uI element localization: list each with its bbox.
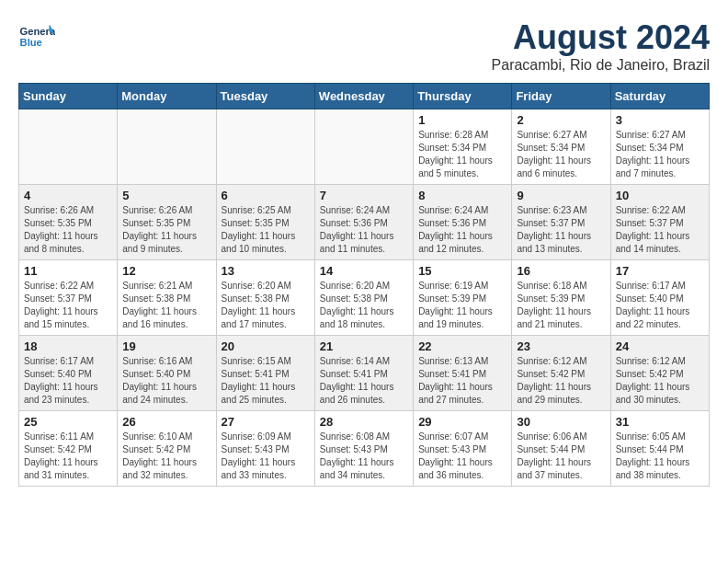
calendar-cell: 21Sunrise: 6:14 AM Sunset: 5:41 PM Dayli… xyxy=(314,336,413,411)
calendar-cell: 29Sunrise: 6:07 AM Sunset: 5:43 PM Dayli… xyxy=(414,411,512,487)
calendar-cell: 13Sunrise: 6:20 AM Sunset: 5:38 PM Dayli… xyxy=(216,260,314,336)
day-info: Sunrise: 6:05 AM Sunset: 5:44 PM Dayligh… xyxy=(616,431,704,482)
day-info: Sunrise: 6:27 AM Sunset: 5:34 PM Dayligh… xyxy=(616,129,704,180)
day-number: 5 xyxy=(122,189,210,202)
calendar-cell: 12Sunrise: 6:21 AM Sunset: 5:38 PM Dayli… xyxy=(118,260,216,336)
calendar-cell: 15Sunrise: 6:19 AM Sunset: 5:39 PM Dayli… xyxy=(414,260,512,336)
header-row: SundayMondayTuesdayWednesdayThursdayFrid… xyxy=(19,84,710,109)
day-number: 15 xyxy=(418,264,506,278)
day-number: 24 xyxy=(616,339,704,353)
day-number: 25 xyxy=(24,415,112,429)
day-number: 20 xyxy=(222,339,310,353)
weekday-header: Monday xyxy=(118,84,216,109)
day-number: 6 xyxy=(222,189,310,202)
calendar-cell: 31Sunrise: 6:05 AM Sunset: 5:44 PM Dayli… xyxy=(610,411,709,487)
day-number: 9 xyxy=(517,189,605,202)
calendar-cell: 24Sunrise: 6:12 AM Sunset: 5:42 PM Dayli… xyxy=(610,336,709,411)
calendar-cell: 4Sunrise: 6:26 AM Sunset: 5:35 PM Daylig… xyxy=(19,185,118,260)
day-info: Sunrise: 6:25 AM Sunset: 5:35 PM Dayligh… xyxy=(222,204,310,256)
day-info: Sunrise: 6:20 AM Sunset: 5:38 PM Dayligh… xyxy=(222,280,310,331)
weekday-header: Sunday xyxy=(19,84,118,109)
day-number: 22 xyxy=(418,339,506,353)
calendar-cell xyxy=(19,109,118,185)
day-number: 16 xyxy=(517,264,605,278)
day-info: Sunrise: 6:22 AM Sunset: 5:37 PM Dayligh… xyxy=(24,280,112,331)
calendar-cell: 19Sunrise: 6:16 AM Sunset: 5:40 PM Dayli… xyxy=(118,336,216,411)
calendar-cell: 30Sunrise: 6:06 AM Sunset: 5:44 PM Dayli… xyxy=(512,411,610,487)
calendar-week-row: 18Sunrise: 6:17 AM Sunset: 5:40 PM Dayli… xyxy=(19,336,710,411)
calendar-cell: 14Sunrise: 6:20 AM Sunset: 5:38 PM Dayli… xyxy=(314,260,413,336)
calendar-week-row: 1Sunrise: 6:28 AM Sunset: 5:34 PM Daylig… xyxy=(19,109,710,185)
day-number: 27 xyxy=(222,415,310,429)
calendar-cell: 3Sunrise: 6:27 AM Sunset: 5:34 PM Daylig… xyxy=(610,109,709,185)
day-number: 4 xyxy=(24,189,112,202)
day-number: 29 xyxy=(418,415,506,429)
day-number: 8 xyxy=(418,189,506,202)
day-number: 1 xyxy=(418,113,506,127)
calendar-cell: 27Sunrise: 6:09 AM Sunset: 5:43 PM Dayli… xyxy=(216,411,314,487)
weekday-header: Tuesday xyxy=(216,84,314,109)
day-info: Sunrise: 6:26 AM Sunset: 5:35 PM Dayligh… xyxy=(122,204,210,256)
location: Paracambi, Rio de Janeiro, Brazil xyxy=(492,57,710,74)
day-number: 26 xyxy=(122,415,210,429)
calendar-week-row: 25Sunrise: 6:11 AM Sunset: 5:42 PM Dayli… xyxy=(19,411,710,487)
calendar-cell: 11Sunrise: 6:22 AM Sunset: 5:37 PM Dayli… xyxy=(19,260,118,336)
logo-icon: General Blue xyxy=(18,18,55,55)
day-info: Sunrise: 6:26 AM Sunset: 5:35 PM Dayligh… xyxy=(24,204,112,256)
calendar-cell xyxy=(314,109,413,185)
day-info: Sunrise: 6:11 AM Sunset: 5:42 PM Dayligh… xyxy=(24,431,112,482)
day-number: 30 xyxy=(517,415,605,429)
day-number: 31 xyxy=(616,415,704,429)
calendar-cell: 20Sunrise: 6:15 AM Sunset: 5:41 PM Dayli… xyxy=(216,336,314,411)
weekday-header: Thursday xyxy=(414,84,512,109)
day-number: 13 xyxy=(222,264,310,278)
day-number: 18 xyxy=(24,339,112,353)
calendar-cell xyxy=(118,109,216,185)
day-info: Sunrise: 6:23 AM Sunset: 5:37 PM Dayligh… xyxy=(517,204,605,256)
calendar-cell: 6Sunrise: 6:25 AM Sunset: 5:35 PM Daylig… xyxy=(216,185,314,260)
calendar-cell: 7Sunrise: 6:24 AM Sunset: 5:36 PM Daylig… xyxy=(314,185,413,260)
day-info: Sunrise: 6:16 AM Sunset: 5:40 PM Dayligh… xyxy=(122,355,210,407)
calendar-cell xyxy=(216,109,314,185)
page-header: General Blue August 2024 Paracambi, Rio … xyxy=(18,18,710,74)
day-info: Sunrise: 6:20 AM Sunset: 5:38 PM Dayligh… xyxy=(320,280,408,331)
day-info: Sunrise: 6:17 AM Sunset: 5:40 PM Dayligh… xyxy=(616,280,704,331)
day-number: 3 xyxy=(616,113,704,127)
day-info: Sunrise: 6:06 AM Sunset: 5:44 PM Dayligh… xyxy=(517,431,605,482)
calendar-cell: 28Sunrise: 6:08 AM Sunset: 5:43 PM Dayli… xyxy=(314,411,413,487)
calendar-cell: 1Sunrise: 6:28 AM Sunset: 5:34 PM Daylig… xyxy=(414,109,512,185)
day-info: Sunrise: 6:09 AM Sunset: 5:43 PM Dayligh… xyxy=(222,431,310,482)
calendar-cell: 18Sunrise: 6:17 AM Sunset: 5:40 PM Dayli… xyxy=(19,336,118,411)
day-info: Sunrise: 6:24 AM Sunset: 5:36 PM Dayligh… xyxy=(320,204,408,256)
day-info: Sunrise: 6:08 AM Sunset: 5:43 PM Dayligh… xyxy=(320,431,408,482)
calendar-cell: 25Sunrise: 6:11 AM Sunset: 5:42 PM Dayli… xyxy=(19,411,118,487)
day-number: 21 xyxy=(320,339,408,353)
day-number: 23 xyxy=(517,339,605,353)
calendar-cell: 8Sunrise: 6:24 AM Sunset: 5:36 PM Daylig… xyxy=(414,185,512,260)
month-title: August 2024 xyxy=(492,18,710,57)
calendar-cell: 26Sunrise: 6:10 AM Sunset: 5:42 PM Dayli… xyxy=(118,411,216,487)
calendar-week-row: 11Sunrise: 6:22 AM Sunset: 5:37 PM Dayli… xyxy=(19,260,710,336)
day-number: 12 xyxy=(122,264,210,278)
day-number: 28 xyxy=(320,415,408,429)
day-info: Sunrise: 6:27 AM Sunset: 5:34 PM Dayligh… xyxy=(517,129,605,180)
day-number: 7 xyxy=(320,189,408,202)
day-info: Sunrise: 6:07 AM Sunset: 5:43 PM Dayligh… xyxy=(418,431,506,482)
weekday-header: Friday xyxy=(512,84,610,109)
day-number: 17 xyxy=(616,264,704,278)
day-info: Sunrise: 6:12 AM Sunset: 5:42 PM Dayligh… xyxy=(517,355,605,407)
day-info: Sunrise: 6:15 AM Sunset: 5:41 PM Dayligh… xyxy=(222,355,310,407)
day-info: Sunrise: 6:18 AM Sunset: 5:39 PM Dayligh… xyxy=(517,280,605,331)
day-info: Sunrise: 6:12 AM Sunset: 5:42 PM Dayligh… xyxy=(616,355,704,407)
calendar-cell: 9Sunrise: 6:23 AM Sunset: 5:37 PM Daylig… xyxy=(512,185,610,260)
day-number: 10 xyxy=(616,189,704,202)
calendar-cell: 2Sunrise: 6:27 AM Sunset: 5:34 PM Daylig… xyxy=(512,109,610,185)
weekday-header: Saturday xyxy=(610,84,709,109)
title-area: August 2024 Paracambi, Rio de Janeiro, B… xyxy=(492,18,710,74)
day-info: Sunrise: 6:17 AM Sunset: 5:40 PM Dayligh… xyxy=(24,355,112,407)
calendar-cell: 5Sunrise: 6:26 AM Sunset: 5:35 PM Daylig… xyxy=(118,185,216,260)
calendar-cell: 16Sunrise: 6:18 AM Sunset: 5:39 PM Dayli… xyxy=(512,260,610,336)
calendar-week-row: 4Sunrise: 6:26 AM Sunset: 5:35 PM Daylig… xyxy=(19,185,710,260)
calendar-cell: 10Sunrise: 6:22 AM Sunset: 5:37 PM Dayli… xyxy=(610,185,709,260)
day-info: Sunrise: 6:22 AM Sunset: 5:37 PM Dayligh… xyxy=(616,204,704,256)
